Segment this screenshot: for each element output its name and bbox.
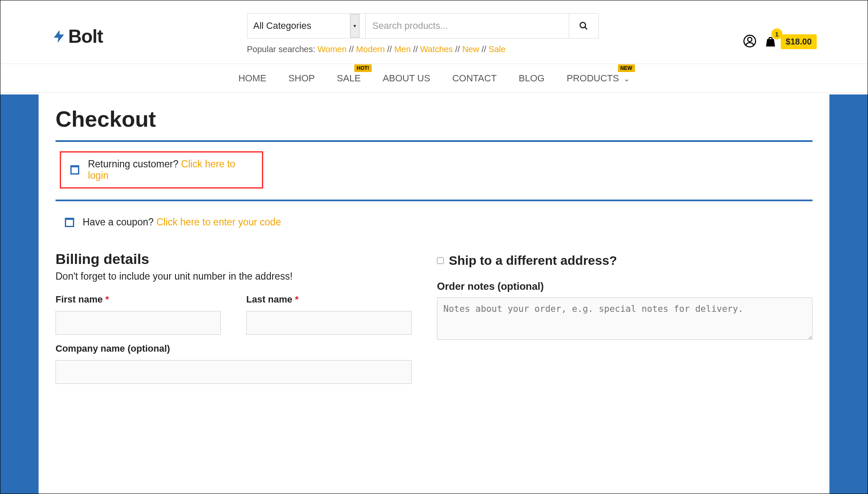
account-button[interactable]: [743, 35, 756, 49]
first-name-input[interactable]: [56, 311, 221, 335]
first-name-label: First name *: [56, 294, 221, 305]
user-icon: [743, 35, 756, 47]
order-notes-label: Order notes (optional): [437, 280, 812, 292]
ship-different-checkbox[interactable]: [437, 257, 444, 264]
search-icon: [579, 21, 588, 31]
nav-shop[interactable]: SHOP: [288, 73, 314, 84]
billing-note: Don't forget to include your unit number…: [56, 271, 412, 282]
returning-text: Returning customer?: [88, 158, 178, 169]
popular-link-watches[interactable]: Watches: [420, 44, 453, 54]
header: Bolt All Categories ▾ Search products...…: [0, 0, 868, 64]
nav-home[interactable]: HOME: [238, 73, 266, 84]
nav-sale-label: SALE: [337, 73, 361, 83]
nav-blog[interactable]: BLOG: [519, 73, 545, 84]
company-input[interactable]: [56, 360, 412, 384]
page-title: Checkout: [56, 106, 812, 132]
nav-products-badge: NEW: [618, 64, 635, 72]
coupon-text: Have a coupon?: [83, 216, 154, 228]
window-icon: [65, 218, 74, 227]
category-label: All Categories: [253, 20, 312, 31]
nav-sale[interactable]: SALE HOT!: [337, 73, 361, 84]
popular-searches: Popular searches: Women // Modern // Men…: [247, 44, 599, 54]
nav-about[interactable]: ABOUT US: [383, 73, 430, 84]
billing-title: Billing details: [56, 251, 412, 267]
popular-link-women[interactable]: Women: [317, 44, 347, 54]
cart-button[interactable]: 1 $18.00: [764, 34, 817, 49]
returning-customer-notice: Returning customer? Click here to login: [60, 151, 263, 189]
logo[interactable]: Bolt: [51, 26, 103, 47]
billing-column: Billing details Don't forget to include …: [56, 251, 412, 392]
popular-link-sale[interactable]: Sale: [489, 44, 506, 54]
logo-text: Bolt: [68, 26, 103, 47]
popular-link-men[interactable]: Men: [394, 44, 411, 54]
svg-point-3: [748, 37, 752, 42]
coupon-notice: Have a coupon? Click here to enter your …: [56, 211, 812, 234]
shipping-column: Ship to a different address? Order notes…: [437, 251, 812, 392]
coupon-link[interactable]: Click here to enter your code: [156, 216, 281, 228]
popular-link-modern[interactable]: Modern: [356, 44, 385, 54]
main-content: Checkout Returning customer? Click here …: [0, 93, 868, 392]
ship-different-title: Ship to a different address?: [437, 253, 812, 268]
order-notes-input[interactable]: [437, 297, 812, 340]
svg-point-0: [580, 22, 586, 28]
search-placeholder: Search products...: [373, 20, 448, 31]
bolt-icon: [51, 29, 67, 44]
nav-products[interactable]: PRODUCTS NEW: [567, 73, 630, 84]
chevron-down-icon: ▾: [350, 14, 359, 38]
nav-products-label: PRODUCTS: [567, 73, 619, 83]
header-right: 1 $18.00: [743, 34, 817, 49]
last-name-input[interactable]: [246, 311, 412, 335]
window-icon: [70, 165, 79, 175]
search-input[interactable]: Search products...: [366, 13, 569, 39]
nav-sale-badge: HOT!: [354, 64, 372, 72]
nav-contact[interactable]: CONTACT: [452, 73, 497, 84]
main-nav: HOME SHOP SALE HOT! ABOUT US CONTACT BLO…: [0, 64, 868, 93]
popular-label: Popular searches:: [247, 44, 315, 54]
popular-link-new[interactable]: New: [462, 44, 479, 54]
search-button[interactable]: [569, 13, 599, 39]
last-name-label: Last name *: [246, 294, 412, 305]
category-select[interactable]: All Categories ▾: [247, 13, 366, 39]
divider: [56, 140, 812, 142]
divider: [56, 200, 812, 201]
ship-different-label: Ship to a different address?: [449, 253, 617, 268]
company-label: Company name (optional): [56, 343, 412, 354]
svg-line-1: [585, 27, 587, 30]
search-area: All Categories ▾ Search products... Popu…: [247, 13, 599, 54]
cart-price: $18.00: [781, 34, 817, 49]
cart-count-badge: 1: [771, 28, 782, 39]
